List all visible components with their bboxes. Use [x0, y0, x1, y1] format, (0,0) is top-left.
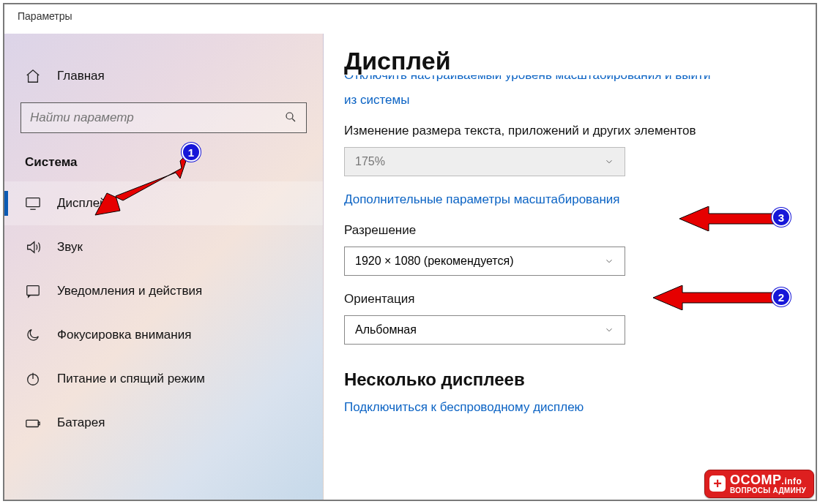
- chevron-down-icon: [604, 256, 614, 266]
- plus-icon: +: [709, 475, 726, 492]
- scale-dropdown: 175%: [344, 147, 625, 176]
- power-icon: [25, 371, 41, 387]
- svg-line-1: [292, 119, 295, 121]
- watermark-subtitle: ВОПРОСЫ АДМИНУ: [730, 487, 806, 495]
- multi-display-header: Несколько дисплеев: [344, 369, 795, 390]
- signout-link-line1[interactable]: Отключить настраиваемый уровень масштаби…: [344, 75, 710, 83]
- watermark: + OCOMP.info ВОПРОСЫ АДМИНУ: [704, 470, 814, 498]
- sidebar-item-focus[interactable]: Фокусировка внимания: [4, 313, 323, 357]
- sidebar-item-sound[interactable]: Звук: [4, 225, 323, 269]
- search-icon: [284, 110, 297, 126]
- scale-label: Изменение размера текста, приложений и д…: [344, 124, 795, 138]
- content-pane: Дисплей Отключить настраиваемый уровень …: [324, 34, 816, 500]
- sidebar-item-label: Уведомления и действия: [57, 284, 202, 298]
- monitor-icon: [25, 195, 41, 211]
- orientation-value: Альбомная: [355, 323, 417, 336]
- search-wrap: [20, 102, 307, 133]
- moon-icon: [25, 327, 41, 343]
- chevron-down-icon: [604, 157, 614, 167]
- wireless-display-link[interactable]: Подключиться к беспроводному дисплею: [344, 400, 584, 415]
- resolution-label: Разрешение: [344, 223, 795, 238]
- scale-value: 175%: [355, 155, 385, 168]
- nav-home-label: Главная: [57, 69, 105, 83]
- svg-rect-8: [38, 422, 40, 425]
- chevron-down-icon: [604, 325, 614, 335]
- sidebar-section-title: Система: [4, 148, 323, 181]
- sidebar-item-label: Фокусировка внимания: [57, 328, 191, 342]
- orientation-label: Ориентация: [344, 292, 795, 306]
- annotation-badge-1: 1: [182, 143, 201, 162]
- svg-rect-4: [27, 286, 40, 296]
- sidebar-item-power[interactable]: Питание и спящий режим: [4, 357, 323, 401]
- sidebar-item-label: Дисплей: [57, 196, 107, 211]
- window-body: Главная Система Дисплей: [4, 34, 816, 500]
- watermark-main: OCOMP: [730, 473, 782, 487]
- page-title: Дисплей: [344, 47, 795, 75]
- sidebar: Главная Система Дисплей: [4, 34, 324, 500]
- annotation-badge-2: 2: [772, 287, 791, 306]
- sidebar-item-label: Батарея: [57, 415, 105, 430]
- signout-link-line2[interactable]: из системы: [344, 93, 409, 108]
- svg-rect-7: [26, 420, 39, 426]
- search-input[interactable]: [30, 110, 284, 125]
- home-icon: [25, 68, 41, 84]
- battery-icon: [25, 415, 41, 431]
- sidebar-item-display[interactable]: Дисплей: [4, 181, 323, 225]
- annotation-badge-3: 3: [772, 208, 791, 227]
- nav-home[interactable]: Главная: [4, 54, 323, 98]
- sound-icon: [25, 239, 41, 255]
- watermark-suffix: .info: [782, 476, 802, 486]
- sidebar-item-label: Звук: [57, 240, 83, 255]
- orientation-dropdown[interactable]: Альбомная: [344, 315, 625, 345]
- resolution-dropdown[interactable]: 1920 × 1080 (рекомендуется): [344, 247, 625, 276]
- sidebar-item-label: Питание и спящий режим: [57, 372, 205, 386]
- svg-point-0: [286, 113, 293, 119]
- settings-window: Параметры Главная Система: [3, 3, 817, 501]
- sidebar-item-notifications[interactable]: Уведомления и действия: [4, 269, 323, 313]
- notifications-icon: [25, 283, 41, 299]
- svg-rect-2: [26, 198, 40, 207]
- sidebar-item-battery[interactable]: Батарея: [4, 401, 323, 445]
- advanced-scaling-link[interactable]: Дополнительные параметры масштабирования: [344, 192, 619, 207]
- resolution-value: 1920 × 1080 (рекомендуется): [355, 255, 513, 268]
- window-title: Параметры: [4, 4, 816, 34]
- search-box[interactable]: [20, 102, 307, 133]
